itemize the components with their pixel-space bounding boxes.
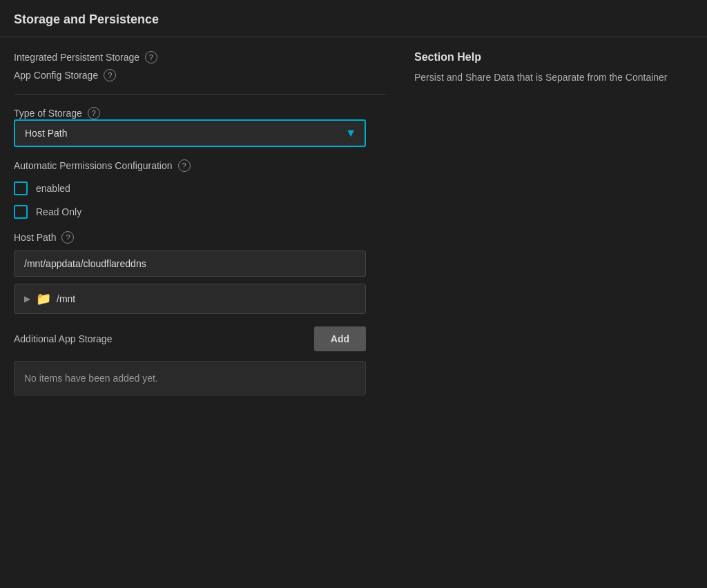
divider-1 xyxy=(14,94,387,95)
storage-links: Integrated Persistent Storage ? App Conf… xyxy=(14,51,387,81)
storage-select-wrapper: Host Path NFS SMB/CIFS iSCSI tmpfs ▼ xyxy=(14,119,366,147)
section-help-title: Section Help xyxy=(414,51,693,63)
right-panel: Section Help Persist and Share Data that… xyxy=(400,51,693,574)
app-config-storage-help-icon[interactable]: ? xyxy=(104,69,116,81)
content-area: Integrated Persistent Storage ? App Conf… xyxy=(0,37,707,588)
host-path-section: Host Path ? ▶ 📁 /mnt xyxy=(14,231,387,314)
additional-storage-label: Additional App Storage xyxy=(14,333,112,344)
read-only-checkbox-row: Read Only xyxy=(14,205,387,219)
add-button[interactable]: Add xyxy=(314,326,366,351)
folder-icon: 📁 xyxy=(36,291,51,306)
page-container: Storage and Persistence Integrated Persi… xyxy=(0,0,707,588)
additional-storage-header: Additional App Storage Add xyxy=(14,326,366,351)
type-of-storage-label-row: Type of Storage ? xyxy=(14,107,387,119)
enabled-checkbox-row: enabled xyxy=(14,182,387,195)
enabled-checkbox-label: enabled xyxy=(36,183,70,194)
permissions-title-row: Automatic Permissions Configuration ? xyxy=(14,159,387,172)
type-of-storage-help-icon[interactable]: ? xyxy=(88,107,100,119)
type-of-storage-label: Type of Storage xyxy=(14,108,82,119)
section-help-text: Persist and Share Data that is Separate … xyxy=(414,70,693,85)
permissions-section: Automatic Permissions Configuration ? en… xyxy=(14,159,387,219)
permissions-help-icon[interactable]: ? xyxy=(178,159,191,172)
type-of-storage-section: Type of Storage ? Host Path NFS SMB/CIFS… xyxy=(14,107,387,147)
no-items-box: No items have been added yet. xyxy=(14,361,366,395)
integrated-storage-label: Integrated Persistent Storage xyxy=(14,52,139,63)
folder-name: /mnt xyxy=(57,293,75,304)
host-path-label-row: Host Path ? xyxy=(14,231,387,244)
app-config-storage-label: App Config Storage xyxy=(14,70,98,81)
left-panel: Integrated Persistent Storage ? App Conf… xyxy=(14,51,387,574)
integrated-storage-help-icon[interactable]: ? xyxy=(145,51,157,63)
page-header: Storage and Persistence xyxy=(0,0,707,37)
read-only-checkbox[interactable] xyxy=(14,205,28,219)
additional-storage-section: Additional App Storage Add No items have… xyxy=(14,326,387,395)
host-path-label: Host Path xyxy=(14,232,56,243)
storage-type-select[interactable]: Host Path NFS SMB/CIFS iSCSI tmpfs xyxy=(14,119,366,147)
read-only-checkbox-label: Read Only xyxy=(36,206,81,217)
integrated-persistent-storage-link[interactable]: Integrated Persistent Storage ? xyxy=(14,51,387,63)
file-browser: ▶ 📁 /mnt xyxy=(14,284,366,314)
permissions-label: Automatic Permissions Configuration xyxy=(14,160,173,171)
host-path-input[interactable] xyxy=(14,251,366,277)
page-title: Storage and Persistence xyxy=(14,12,159,26)
file-browser-row[interactable]: ▶ 📁 /mnt xyxy=(24,291,356,306)
enabled-checkbox[interactable] xyxy=(14,182,28,195)
host-path-help-icon[interactable]: ? xyxy=(61,231,74,244)
folder-expand-arrow-icon: ▶ xyxy=(24,294,30,304)
no-items-text: No items have been added yet. xyxy=(24,373,158,384)
app-config-storage-link[interactable]: App Config Storage ? xyxy=(14,69,387,81)
